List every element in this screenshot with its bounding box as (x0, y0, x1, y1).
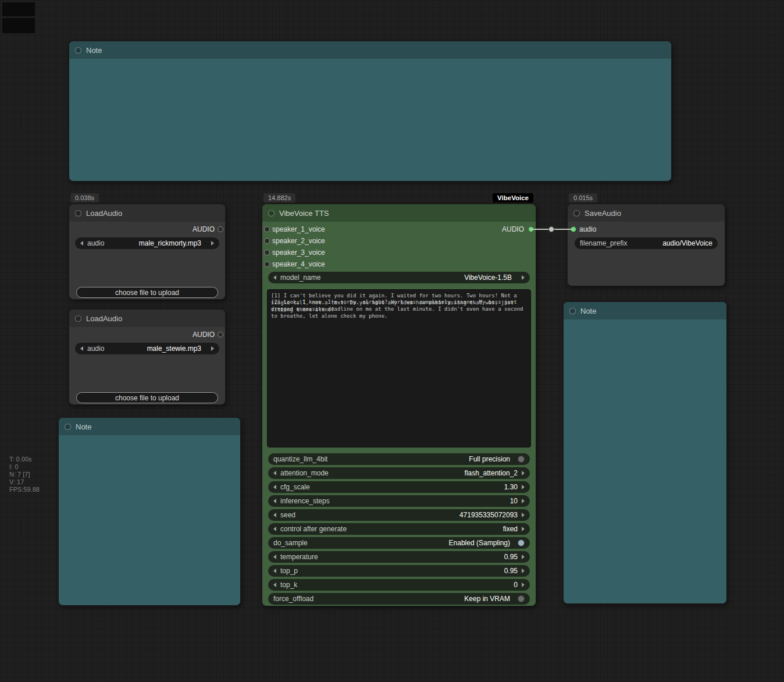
decrement-arrow-icon[interactable] (273, 485, 276, 489)
combo-prev-icon[interactable] (273, 275, 276, 280)
note-node-right[interactable]: Note (563, 301, 727, 604)
stats-overlay: T: 0.00s I: 0 N: 7 [7] V: 17 FPS:59.88 (9, 456, 40, 493)
collapse-dot-icon[interactable] (65, 424, 71, 430)
toggle-dot-icon[interactable] (518, 539, 525, 546)
decrement-arrow-icon[interactable] (273, 582, 276, 587)
widget-value: 0.95 (504, 567, 518, 575)
decrement-arrow-icon[interactable] (273, 499, 276, 503)
model-name-combo[interactable]: model_name VibeVoice-1.5B (268, 272, 530, 283)
canvas-corner-block (2, 18, 35, 33)
load-audio-node-1[interactable]: 0.038s LoadAudio AUDIO audio male_rickmo… (69, 204, 226, 300)
widget-force-offload[interactable]: force_offload Keep in VRAM (268, 593, 530, 605)
filename-prefix-field[interactable]: filename_prefix audio/VibeVoice (575, 237, 718, 249)
widget-value: 10 (510, 497, 518, 505)
note-node-top[interactable]: Note (69, 41, 672, 182)
audio-output-slot[interactable] (218, 226, 223, 232)
choose-file-button[interactable]: choose file to upload (76, 392, 218, 403)
increment-arrow-icon[interactable] (522, 513, 525, 517)
widget-value: 0 (514, 581, 518, 589)
execution-time-badge: 0.015s (569, 193, 597, 203)
collapse-dot-icon[interactable] (75, 315, 81, 322)
combo-next-icon[interactable] (211, 241, 214, 246)
node-graph-canvas[interactable]: T: 0.00s I: 0 N: 7 [7] V: 17 FPS:59.88 N… (0, 0, 784, 682)
increment-arrow-icon[interactable] (522, 485, 525, 489)
collapse-dot-icon[interactable] (268, 210, 275, 216)
combo-next-icon[interactable] (522, 527, 525, 531)
widget-label: inference_steps (280, 497, 330, 505)
combo-prev-icon[interactable] (273, 527, 276, 531)
widget-label: control after generate (280, 525, 347, 533)
combo-value: male_stewie.mp3 (147, 344, 201, 353)
load-audio-1-header[interactable]: LoadAudio (69, 204, 225, 222)
widget-label: do_sample (273, 539, 308, 547)
widget-control-after-generate[interactable]: control after generate fixed (268, 523, 530, 535)
decrement-arrow-icon[interactable] (273, 513, 276, 517)
combo-prev-icon[interactable] (80, 346, 83, 351)
node-title: Note (76, 422, 91, 431)
speaker-1-voice-slot[interactable] (264, 226, 270, 232)
combo-next-icon[interactable] (522, 471, 525, 475)
speaker-3-voice-slot[interactable] (264, 250, 270, 255)
widget-top-k[interactable]: top_k 0 (268, 579, 530, 591)
audio-file-combo[interactable]: audio male_stewie.mp3 (75, 343, 219, 354)
note-node-right-header[interactable]: Note (564, 302, 726, 319)
collapse-dot-icon[interactable] (75, 210, 81, 216)
decrement-arrow-icon[interactable] (273, 569, 276, 573)
combo-prev-icon[interactable] (273, 471, 276, 475)
widget-cfg-scale[interactable]: cfg_scale 1.30 (268, 481, 530, 493)
vibevoice-tts-node[interactable]: 14.882s VibeVoice VibeVoice TTS speaker_… (262, 204, 536, 606)
toggle-dot-icon[interactable] (518, 595, 525, 602)
widget-label: cfg_scale (280, 483, 310, 491)
node-group-badge: VibeVoice (493, 193, 533, 203)
stat-fps: FPS:59.88 (9, 486, 40, 493)
increment-arrow-icon[interactable] (522, 582, 525, 587)
speaker-2-voice-slot[interactable] (264, 238, 270, 244)
combo-prev-icon[interactable] (80, 241, 83, 246)
widget-label: top_p (280, 567, 298, 575)
script-text-layer-2: [2] Look, I know, I'm sorry, alright? Wo… (271, 299, 523, 319)
choose-file-button[interactable]: choose file to upload (76, 287, 218, 298)
note-node-left[interactable]: Note (58, 417, 241, 606)
reroute-dot[interactable] (549, 227, 554, 232)
combo-label: audio (87, 344, 104, 353)
widget-temperature[interactable]: temperature 0.95 (268, 551, 530, 563)
widget-top-p[interactable]: top_p 0.95 (268, 565, 530, 577)
widget-value: flash_attention_2 (465, 469, 518, 477)
speaker-4-voice-slot[interactable] (264, 261, 270, 267)
widget-seed[interactable]: seed 471935335072093 (268, 509, 530, 521)
audio-input-slot[interactable] (571, 226, 576, 232)
save-audio-node[interactable]: 0.015s SaveAudio audio filename_prefix a… (567, 204, 725, 286)
increment-arrow-icon[interactable] (522, 555, 525, 559)
combo-next-icon[interactable] (522, 275, 525, 280)
output-label: AUDIO (502, 225, 524, 233)
increment-arrow-icon[interactable] (522, 569, 525, 573)
note-node-left-header[interactable]: Note (59, 418, 240, 435)
decrement-arrow-icon[interactable] (273, 555, 276, 559)
widget-attention-mode[interactable]: attention_mode flash_attention_2 (268, 467, 530, 479)
widget-value: Enabled (Sampling) (449, 539, 510, 547)
widget-do-sample[interactable]: do_sample Enabled (Sampling) (268, 537, 530, 549)
audio-output-slot[interactable] (528, 226, 534, 232)
combo-value: male_rickmorty.mp3 (139, 239, 201, 247)
widget-inference-steps[interactable]: inference_steps 10 (268, 495, 530, 507)
node-title: LoadAudio (86, 209, 122, 218)
collapse-dot-icon[interactable] (573, 210, 580, 216)
load-audio-2-header[interactable]: LoadAudio (69, 310, 225, 327)
collapse-dot-icon[interactable] (75, 47, 81, 54)
audio-output-slot[interactable] (218, 332, 223, 338)
widget-quantize-llm-4bit[interactable]: quantize_llm_4bit Full precision (268, 453, 530, 465)
widget-value: 0.95 (504, 553, 518, 561)
increment-arrow-icon[interactable] (522, 499, 525, 503)
load-audio-node-2[interactable]: LoadAudio AUDIO audio male_stewie.mp3 ch… (69, 309, 226, 405)
note-node-top-header[interactable]: Note (69, 41, 671, 59)
canvas-corner-block (2, 2, 35, 16)
script-text-area[interactable]: [1] I can't believe you did it again. I … (267, 289, 531, 447)
collapse-dot-icon[interactable] (569, 308, 576, 314)
widget-value: 1.30 (504, 483, 518, 491)
combo-next-icon[interactable] (211, 346, 214, 351)
vibevoice-header[interactable]: VibeVoice TTS (262, 204, 536, 222)
toggle-dot-icon[interactable] (518, 456, 525, 463)
widget-label: top_k (280, 581, 297, 589)
audio-file-combo[interactable]: audio male_rickmorty.mp3 (75, 237, 219, 249)
save-audio-header[interactable]: SaveAudio (568, 204, 725, 222)
